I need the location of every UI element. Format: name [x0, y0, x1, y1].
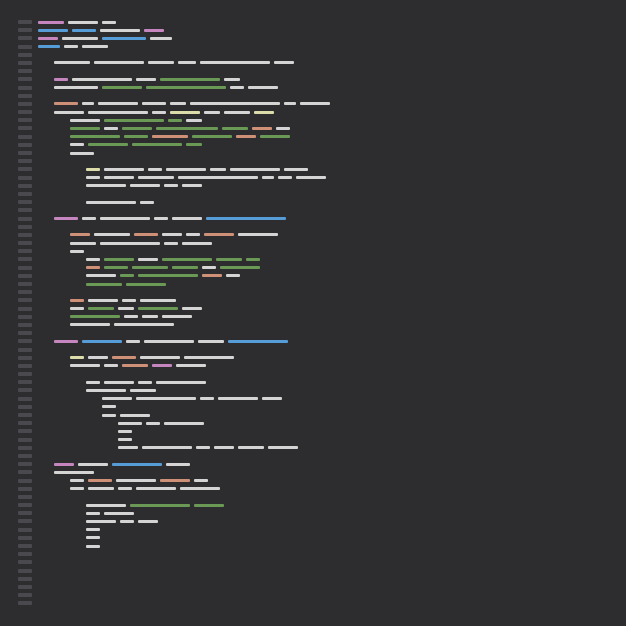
token-white [144, 340, 194, 343]
code-line[interactable] [38, 290, 606, 294]
code-line[interactable] [38, 53, 606, 57]
code-line[interactable] [38, 110, 606, 114]
code-line[interactable] [38, 151, 606, 155]
code-line[interactable] [38, 348, 606, 352]
code-line[interactable] [38, 511, 606, 515]
token-white [88, 356, 108, 359]
code-line[interactable] [38, 356, 606, 360]
code-line[interactable] [38, 167, 606, 171]
code-line[interactable] [38, 61, 606, 65]
code-line[interactable] [38, 176, 606, 180]
code-line[interactable] [38, 323, 606, 327]
code-line[interactable] [38, 307, 606, 311]
code-line[interactable] [38, 257, 606, 261]
code-line[interactable] [38, 519, 606, 523]
code-line[interactable] [38, 388, 606, 392]
token-white [54, 111, 84, 114]
code-line[interactable] [38, 184, 606, 188]
code-line[interactable] [38, 217, 606, 221]
code-line[interactable] [38, 380, 606, 384]
code-line[interactable] [38, 45, 606, 49]
code-line[interactable] [38, 77, 606, 81]
token-white [104, 364, 118, 367]
code-line[interactable] [38, 225, 606, 229]
code-line[interactable] [38, 135, 606, 139]
code-line[interactable] [38, 86, 606, 90]
token-white [86, 381, 100, 384]
code-line[interactable] [38, 528, 606, 532]
code-line[interactable] [38, 282, 606, 286]
code-line[interactable] [38, 438, 606, 442]
token-white [186, 119, 202, 122]
code-line[interactable] [38, 298, 606, 302]
code-line[interactable] [38, 126, 606, 130]
token-white [116, 479, 156, 482]
code-line[interactable] [38, 560, 606, 564]
line-number [18, 126, 32, 130]
code-line[interactable] [38, 495, 606, 499]
code-line[interactable] [38, 462, 606, 466]
line-number [18, 421, 32, 425]
code-line[interactable] [38, 593, 606, 597]
token-white [86, 545, 100, 548]
token-green [220, 266, 260, 269]
code-area[interactable] [38, 20, 626, 626]
code-line[interactable] [38, 102, 606, 106]
code-line[interactable] [38, 397, 606, 401]
token-white [194, 479, 208, 482]
code-line[interactable] [38, 266, 606, 270]
code-line[interactable] [38, 479, 606, 483]
token-green [246, 258, 260, 261]
token-white [64, 45, 78, 48]
token-green [122, 127, 152, 130]
code-line[interactable] [38, 446, 606, 450]
token-green [104, 119, 164, 122]
code-line[interactable] [38, 208, 606, 212]
code-line[interactable] [38, 405, 606, 409]
code-line[interactable] [38, 372, 606, 376]
token-white [70, 250, 84, 253]
code-line[interactable] [38, 94, 606, 98]
code-line[interactable] [38, 339, 606, 343]
code-editor[interactable] [0, 0, 626, 626]
code-line[interactable] [38, 470, 606, 474]
token-white [70, 152, 94, 155]
token-blue [206, 217, 286, 220]
code-line[interactable] [38, 552, 606, 556]
code-line[interactable] [38, 487, 606, 491]
code-line[interactable] [38, 536, 606, 540]
code-line[interactable] [38, 544, 606, 548]
code-line[interactable] [38, 159, 606, 163]
code-line[interactable] [38, 601, 606, 605]
code-line[interactable] [38, 200, 606, 204]
code-line[interactable] [38, 577, 606, 581]
code-line[interactable] [38, 69, 606, 73]
code-line[interactable] [38, 274, 606, 278]
code-line[interactable] [38, 118, 606, 122]
code-line[interactable] [38, 429, 606, 433]
code-line[interactable] [38, 569, 606, 573]
code-line[interactable] [38, 413, 606, 417]
code-line[interactable] [38, 28, 606, 32]
line-number [18, 36, 32, 40]
code-line[interactable] [38, 454, 606, 458]
code-line[interactable] [38, 36, 606, 40]
code-line[interactable] [38, 20, 606, 24]
code-line[interactable] [38, 233, 606, 237]
code-line[interactable] [38, 249, 606, 253]
code-line[interactable] [38, 364, 606, 368]
token-white [70, 364, 100, 367]
code-line[interactable] [38, 503, 606, 507]
code-line[interactable] [38, 143, 606, 147]
code-line[interactable] [38, 192, 606, 196]
token-white [182, 184, 202, 187]
code-line[interactable] [38, 241, 606, 245]
code-line[interactable] [38, 331, 606, 335]
code-line[interactable] [38, 315, 606, 319]
token-white [136, 78, 156, 81]
line-number [18, 217, 32, 221]
token-white [82, 217, 96, 220]
code-line[interactable] [38, 585, 606, 589]
code-line[interactable] [38, 421, 606, 425]
token-white [68, 21, 98, 24]
